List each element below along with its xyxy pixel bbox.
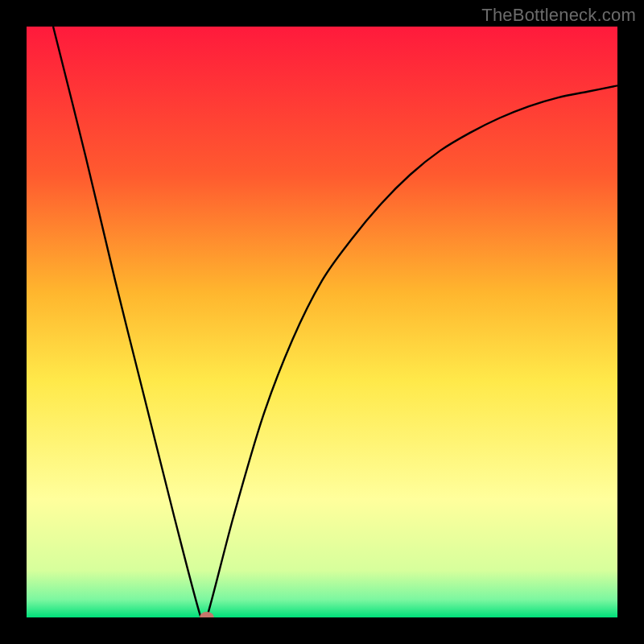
watermark-text: TheBottleneck.com xyxy=(481,5,636,26)
chart-svg xyxy=(0,0,644,644)
min-marker xyxy=(200,612,214,623)
chart-frame: TheBottleneck.com xyxy=(0,0,644,644)
plot-background xyxy=(27,27,617,617)
